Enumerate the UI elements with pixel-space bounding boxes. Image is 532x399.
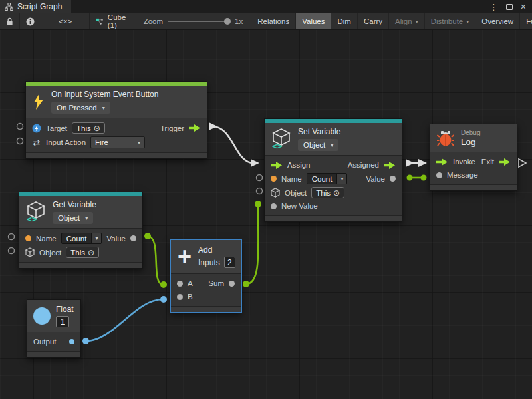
output-port-label: Output <box>33 338 57 346</box>
plus-icon: + <box>178 248 192 265</box>
variable-icon: <> <box>26 201 46 223</box>
event-mode-dropdown[interactable]: On Pressed ▾ <box>51 102 110 114</box>
object-field[interactable]: This ⊙ <box>66 247 99 258</box>
wire-arrowhead <box>406 159 414 167</box>
variable-kind-dropdown[interactable]: Object ▾ <box>53 212 93 224</box>
dim-button[interactable]: Dim <box>331 13 357 29</box>
input-system-icon <box>32 124 41 133</box>
message-port-label: Message <box>447 171 478 179</box>
window-maximize-icon[interactable] <box>506 4 513 10</box>
sum-out-port[interactable] <box>229 281 235 287</box>
node-get-variable[interactable]: <> Get Variable Object ▾ Name Count ▾ Va… <box>19 192 143 269</box>
zoom-slider-handle[interactable] <box>224 18 231 25</box>
invoke-in-port[interactable] <box>436 158 448 166</box>
tab-script-graph[interactable]: Script Graph <box>0 0 71 13</box>
assigned-port-label: Assigned <box>348 161 379 169</box>
lock-button[interactable] <box>0 13 20 29</box>
node-on-input-system-event[interactable]: On Input System Event Button On Pressed … <box>25 81 207 159</box>
input-b-port[interactable] <box>177 294 183 300</box>
target-picker-icon: ⊙ <box>333 189 340 197</box>
window-titlebar: Script Graph ⋮ × <box>0 0 532 13</box>
value-port-label: Value <box>106 235 126 243</box>
window-menu-icon[interactable]: ⋮ <box>489 3 498 11</box>
node-footer <box>19 262 142 268</box>
cube-icon <box>25 247 35 257</box>
assign-in-port[interactable] <box>271 162 283 169</box>
variable-name-dropdown[interactable]: Count ▾ <box>307 173 348 184</box>
node-footer <box>265 215 402 221</box>
name-in-port[interactable] <box>271 176 277 182</box>
node-add[interactable]: + Add Inputs 2 A Sum B <box>170 239 241 313</box>
unconnected-port[interactable] <box>17 138 23 144</box>
variable-name-dropdown[interactable]: Count ▾ <box>61 233 102 244</box>
inputs-count-field[interactable]: 2 <box>224 257 235 268</box>
node-debug-log[interactable]: Debug Log Invoke Exit Message <box>430 124 517 191</box>
node-set-variable[interactable]: <> Set Variable Object ▾ Assign Assigned <box>264 118 402 222</box>
trigger-port-label: Trigger <box>160 124 184 132</box>
values-button[interactable]: Values <box>296 13 331 29</box>
exit-out-port[interactable] <box>499 158 511 166</box>
full-screen-label: Full Screen <box>526 17 532 25</box>
value-out-port[interactable] <box>390 176 396 182</box>
value-out-port[interactable] <box>130 235 136 241</box>
graph-toolbar: <×> Cube (1) Zoom 1x Relations Values Di… <box>0 13 532 30</box>
wire-endpoint <box>243 281 249 287</box>
node-float[interactable]: Float 1 Output <box>27 299 81 358</box>
exit-unconnected-port[interactable] <box>519 159 526 167</box>
node-title: Get Variable <box>53 200 96 209</box>
exit-port-label: Exit <box>481 158 494 166</box>
inspect-button[interactable] <box>20 13 41 29</box>
wire-getvalue-a[interactable] <box>148 236 163 285</box>
input-a-port[interactable] <box>177 281 183 287</box>
variable-kind-dropdown[interactable]: Object ▾ <box>298 139 338 151</box>
input-action-dropdown[interactable]: Fire ▾ <box>90 136 145 148</box>
variable-name-value: Count <box>62 233 92 243</box>
wire-trigger-assign[interactable] <box>212 126 253 163</box>
trigger-out-port[interactable] <box>189 124 201 132</box>
window-close-icon[interactable]: × <box>521 2 526 11</box>
input-b-label: B <box>188 293 193 301</box>
lock-icon <box>6 17 13 26</box>
graph-context[interactable]: Cube (1) <box>90 13 136 29</box>
wire-endpoint <box>255 201 261 207</box>
zoom-value: 1x <box>235 17 243 25</box>
node-title: Add <box>198 245 212 255</box>
wire-arrowhead <box>209 122 217 130</box>
unconnected-port[interactable] <box>9 248 15 254</box>
unconnected-port[interactable] <box>17 124 23 130</box>
wire-float-b[interactable] <box>86 299 163 341</box>
target-picker-icon: ⊙ <box>88 249 94 257</box>
graph-context-label: Cube (1) <box>108 13 129 29</box>
node-footer <box>27 351 80 357</box>
graph-canvas[interactable]: On Input System Event Button On Pressed … <box>0 30 532 399</box>
assigned-out-port[interactable] <box>384 162 396 169</box>
distribute-label: Distribute <box>431 17 464 25</box>
code-context-button[interactable]: <×> <box>41 13 89 29</box>
wire-sum-newvalue[interactable] <box>246 205 258 284</box>
new-value-in-port[interactable] <box>271 203 277 209</box>
float-value-field[interactable]: 1 <box>56 316 69 327</box>
input-action-label: Input Action <box>46 138 86 146</box>
code-context-icon: <×> <box>59 17 72 25</box>
distribute-button[interactable]: Distribute ▾ <box>425 13 476 29</box>
relations-button[interactable]: Relations <box>251 13 296 29</box>
output-out-port[interactable] <box>69 339 74 344</box>
script-graph-icon <box>5 3 13 11</box>
object-field[interactable]: This ⊙ <box>311 187 344 198</box>
node-title: Log <box>461 137 476 147</box>
target-object-field[interactable]: This ⊙ <box>72 122 105 134</box>
align-button[interactable]: Align ▾ <box>389 13 425 29</box>
unconnected-port[interactable] <box>257 175 263 181</box>
variable-name-value: Count <box>307 174 337 184</box>
unconnected-port[interactable] <box>257 188 263 194</box>
unconnected-port[interactable] <box>9 234 15 240</box>
message-in-port[interactable] <box>436 172 442 178</box>
bug-icon <box>437 130 454 147</box>
svg-text:<>: <> <box>27 214 37 223</box>
name-in-port[interactable] <box>25 235 31 241</box>
zoom-slider[interactable] <box>168 21 229 22</box>
chevron-down-icon: ▾ <box>336 174 346 184</box>
overview-button[interactable]: Overview <box>475 13 520 29</box>
full-screen-button[interactable]: Full Screen <box>520 13 532 29</box>
carry-button[interactable]: Carry <box>358 13 389 29</box>
